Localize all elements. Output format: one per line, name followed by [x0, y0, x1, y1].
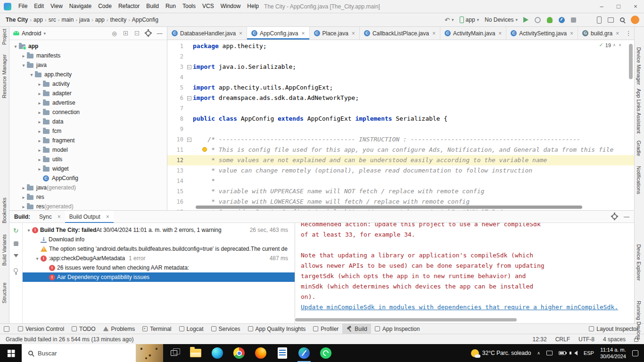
stripe-app-links-assistant[interactable]: App Links Assistant: [636, 89, 642, 133]
menu-code[interactable]: Code: [95, 0, 115, 13]
weather-widget[interactable]: 32°C Parc. soleado: [471, 349, 531, 357]
console-scrollbar[interactable]: [295, 318, 517, 321]
search-highlight-image[interactable]: [136, 344, 163, 362]
stop-button[interactable]: [571, 17, 576, 23]
menu-run[interactable]: Run: [162, 0, 179, 13]
chevron-down-icon[interactable]: ▾: [20, 63, 27, 68]
file-encoding-select[interactable]: UTF-8: [578, 336, 594, 343]
close-icon[interactable]: ×: [616, 30, 619, 37]
breadcrumb-item-app[interactable]: app: [94, 16, 106, 23]
apply-changes-button[interactable]: [535, 17, 541, 23]
taskbar-search[interactable]: Buscar: [22, 344, 163, 362]
tree-item-fcm[interactable]: ▸fcm: [9, 126, 167, 136]
tree-item-app[interactable]: ▾app: [9, 41, 167, 51]
breadcrumb-item-the-city[interactable]: The City: [5, 16, 29, 23]
collapse-all-icon[interactable]: −: [133, 30, 140, 37]
horizontal-scrollbar[interactable]: [196, 206, 582, 209]
chevron-right-icon[interactable]: ▸: [20, 195, 27, 200]
stop-icon[interactable]: [12, 240, 20, 247]
tab-appconfig-java[interactable]: CAppConfig.java×: [247, 27, 309, 40]
toolwindow-app-inspection[interactable]: App Inspection: [371, 324, 423, 334]
breadcrumb-item-src[interactable]: src: [48, 16, 57, 23]
chevron-down-icon[interactable]: ▾: [25, 228, 32, 233]
fold-icon[interactable]: −: [187, 96, 191, 100]
build-tab-sync[interactable]: Sync×: [35, 211, 65, 223]
code-line-5[interactable]: 5import app.thecity.utils.AppConfigExt;: [167, 82, 634, 93]
build-tree-item[interactable]: ▾!:app:checkDebugAarMetadata1 error487 m…: [23, 254, 295, 263]
taskbar-whatsapp[interactable]: [315, 344, 337, 362]
breadcrumb-item-app[interactable]: app: [33, 16, 44, 23]
close-icon[interactable]: ×: [352, 30, 355, 37]
tree-item-manifests[interactable]: ▸manifests: [9, 51, 167, 60]
filter-icon[interactable]: [12, 253, 20, 261]
more-icon[interactable]: ⋮: [623, 27, 634, 40]
code-editor[interactable]: 1package app.thecity;23−import java.io.S…: [167, 40, 634, 210]
sync-gradle-button[interactable]: [582, 16, 591, 24]
fold-icon[interactable]: −: [187, 65, 191, 69]
status-message[interactable]: Gradle build failed in 26 s 544 ms (13 m…: [6, 336, 133, 343]
tree-item-app-thecity[interactable]: ▾app.thecity: [9, 70, 167, 79]
build-tree-item[interactable]: !26 issues were found when checking AAR …: [23, 263, 295, 272]
tree-item-activity[interactable]: ▸activity: [9, 79, 167, 89]
sdk-manager-button[interactable]: [608, 17, 614, 23]
close-icon[interactable]: ×: [239, 30, 242, 37]
build-tree-item[interactable]: ▾!Build The City: failed At 30/04/2024 1…: [23, 225, 295, 235]
close-icon[interactable]: ×: [498, 30, 502, 37]
taskbar-writer[interactable]: [272, 344, 293, 362]
tab-place-java[interactable]: CPlace.java×: [310, 27, 360, 40]
tree-item-connection[interactable]: ▸connection: [9, 107, 167, 117]
tab-callbacklistplace-java[interactable]: CCallbackListPlace.java×: [360, 27, 440, 40]
pin-icon[interactable]: [12, 266, 20, 274]
menu-file[interactable]: File: [15, 0, 31, 13]
breadcrumb-item-main[interactable]: main: [60, 16, 74, 23]
notification-center-icon[interactable]: [632, 350, 638, 356]
locate-icon[interactable]: ◎: [111, 30, 118, 37]
tree-item-res-generated[interactable]: ▸res (generated): [9, 202, 167, 210]
tree-item-model[interactable]: ▸model: [9, 145, 167, 155]
menu-refactor[interactable]: Refactor: [115, 0, 143, 13]
menu-tools[interactable]: Tools: [179, 0, 199, 13]
close-icon[interactable]: ×: [432, 30, 436, 37]
build-tree-item[interactable]: !The option setting 'android.defaults.bu…: [23, 244, 295, 254]
toolwindow-app-quality-insights[interactable]: App Quality Insights: [244, 324, 310, 334]
debug-button[interactable]: [547, 17, 553, 23]
volume-icon[interactable]: [572, 351, 578, 355]
display-tray-icon[interactable]: [546, 351, 553, 355]
chevron-right-icon[interactable]: ▸: [36, 119, 43, 124]
toolwindow-problems[interactable]: Problems: [99, 324, 139, 334]
menu-vcs[interactable]: VCS: [199, 0, 217, 13]
taskbar-file-explorer[interactable]: [185, 344, 206, 362]
chevron-right-icon[interactable]: ▸: [20, 204, 27, 209]
stripe-device-explorer[interactable]: Device Explorer: [636, 244, 642, 281]
chevron-right-icon[interactable]: ▸: [20, 185, 27, 190]
tree-item-java-generated[interactable]: ▸java (generated): [9, 183, 167, 192]
tree-item-data[interactable]: ▸data: [9, 117, 167, 126]
device-select[interactable]: No Devices ▾: [485, 16, 518, 23]
code-line-6[interactable]: 6−import dreamspace.ads.sdk.data.AdNetwo…: [167, 93, 634, 103]
stripe-structure[interactable]: Structure: [1, 282, 7, 304]
close-icon[interactable]: ×: [58, 214, 61, 220]
close-icon[interactable]: ×: [301, 30, 305, 37]
code-line-10[interactable]: 10− /* ---------------------------------…: [167, 134, 634, 145]
console-link[interactable]: Update minCompileSdk in modules with dep…: [301, 302, 634, 313]
stripe-bookmarks[interactable]: Bookmarks: [1, 197, 7, 223]
build-tab-build-output[interactable]: Build Output×: [65, 211, 114, 223]
indent-setting[interactable]: 4 spaces: [603, 336, 626, 343]
tab-activitymain-java[interactable]: CActivityMain.java×: [440, 27, 506, 40]
build-tree-item[interactable]: !Aar Dependency compatibility issues: [23, 272, 295, 282]
task-view-button[interactable]: [163, 344, 185, 362]
fold-icon[interactable]: −: [187, 138, 191, 142]
maximize-button[interactable]: □: [610, 0, 627, 13]
stripe-resource-manager[interactable]: Resource Manager: [1, 54, 7, 99]
search-everywhere-button[interactable]: [620, 17, 625, 22]
chevron-right-icon[interactable]: ▸: [36, 91, 43, 96]
build-tree-item[interactable]: ↓Download info: [23, 235, 295, 244]
stripe-running-devices[interactable]: Running Devices: [636, 301, 642, 340]
menu-window[interactable]: Window: [217, 0, 244, 13]
chevron-right-icon[interactable]: ▸: [36, 82, 43, 87]
vertical-scrollbar[interactable]: [629, 44, 633, 79]
tree-item-utils[interactable]: ▸utils: [9, 155, 167, 164]
tree-item-fragment[interactable]: ▸fragment: [9, 136, 167, 145]
settings-icon[interactable]: [145, 30, 152, 37]
taskbar-chrome[interactable]: [228, 344, 250, 362]
